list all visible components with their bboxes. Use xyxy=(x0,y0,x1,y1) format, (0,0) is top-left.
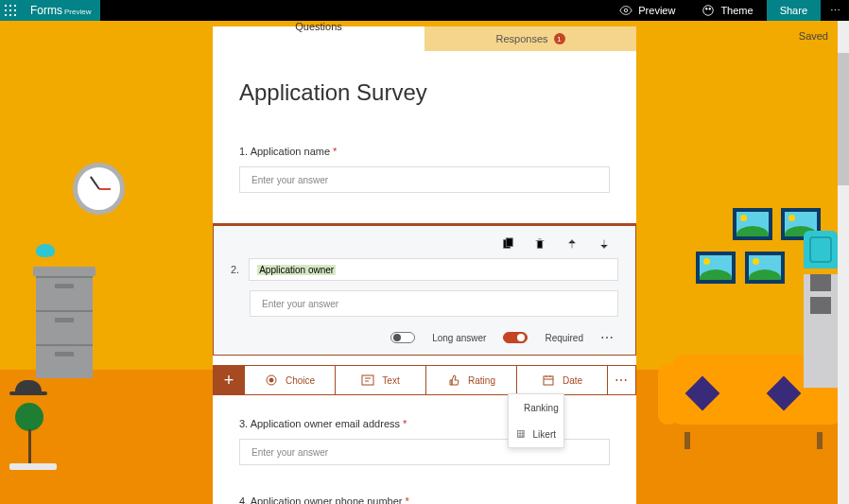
svg-rect-17 xyxy=(362,375,373,385)
brand-tag: Preview xyxy=(64,2,91,23)
share-button[interactable]: Share xyxy=(767,0,821,21)
svg-rect-1 xyxy=(9,5,11,7)
required-asterisk: * xyxy=(333,146,337,157)
save-status: Saved xyxy=(799,30,828,42)
baseboard xyxy=(9,463,57,470)
question-1-label: 1. Application name * xyxy=(239,146,610,157)
question-4-text: Application owner phone number xyxy=(251,495,403,504)
type-rating-button[interactable]: Rating xyxy=(425,366,516,394)
likert-icon xyxy=(516,427,526,441)
ellipsis-icon: ⋯ xyxy=(830,5,840,17)
text-icon xyxy=(361,374,374,387)
required-toggle[interactable] xyxy=(503,332,528,343)
question-1-num: 1. xyxy=(239,146,248,157)
responses-count-badge: 1 xyxy=(554,33,565,44)
svg-point-11 xyxy=(706,8,708,9)
trash-icon[interactable] xyxy=(533,237,546,251)
clock-icon xyxy=(73,163,125,215)
svg-rect-14 xyxy=(506,238,512,247)
svg-point-9 xyxy=(625,9,629,12)
question-2-answer-preview: Enter your answer xyxy=(250,290,618,317)
question-1-input[interactable] xyxy=(239,166,610,193)
question-2-num: 2. xyxy=(231,264,239,275)
waffle-icon xyxy=(4,4,17,17)
question-more-button[interactable]: ⋯ xyxy=(600,330,615,345)
type-likert-label: Likert xyxy=(533,429,556,440)
type-choice-button[interactable]: Choice xyxy=(244,366,335,394)
preview-button[interactable]: Preview xyxy=(606,0,688,21)
type-likert-item[interactable]: Likert xyxy=(509,421,563,447)
svg-rect-5 xyxy=(14,9,16,11)
type-ranking-label: Ranking xyxy=(524,403,559,413)
form-panel: Questions Responses 1 Application Survey… xyxy=(213,26,636,504)
scrollbar-thumb[interactable] xyxy=(838,53,849,185)
form-tabs: Questions Responses 1 xyxy=(213,26,636,51)
theme-button[interactable]: Theme xyxy=(688,0,766,21)
share-label: Share xyxy=(780,5,807,16)
brand-name: Forms xyxy=(30,0,62,21)
svg-point-16 xyxy=(269,378,273,382)
picture-frame xyxy=(733,208,772,240)
svg-rect-7 xyxy=(9,14,11,16)
copy-icon[interactable] xyxy=(501,237,514,251)
type-ranking-item[interactable]: Ranking xyxy=(509,394,563,421)
svg-rect-8 xyxy=(14,14,16,16)
long-answer-label: Long answer xyxy=(432,333,486,343)
type-date-button[interactable]: Date xyxy=(516,366,607,394)
plant-stem xyxy=(28,429,31,467)
add-question-bar: + Choice Text Rating Date ⋯ xyxy=(213,365,636,395)
picture-frame xyxy=(696,252,736,284)
app-brand: Forms Preview xyxy=(21,0,100,21)
file-cabinet xyxy=(33,267,95,378)
thumb-icon xyxy=(447,374,460,387)
app-launcher-button[interactable] xyxy=(0,0,21,21)
question-3-num: 3. xyxy=(239,418,248,429)
required-asterisk: * xyxy=(403,418,407,429)
tab-questions-label: Questions xyxy=(295,21,342,32)
question-2-title-text: Application owner xyxy=(257,265,336,275)
form-title[interactable]: Application Survey xyxy=(239,79,610,106)
question-1-text: Application name xyxy=(251,146,330,157)
arrow-up-icon[interactable] xyxy=(565,237,579,251)
water-cooler xyxy=(804,231,838,388)
topbar-more-button[interactable]: ⋯ xyxy=(821,0,849,21)
arrow-down-icon[interactable] xyxy=(598,237,611,251)
question-1[interactable]: 1. Application name * xyxy=(239,146,610,193)
theme-background: Saved Questions Responses 1 Application … xyxy=(0,21,849,504)
more-types-dropdown: Ranking Likert xyxy=(508,393,564,448)
type-text-button[interactable]: Text xyxy=(335,366,425,394)
svg-rect-6 xyxy=(5,14,7,16)
radio-icon xyxy=(265,374,278,387)
palette-icon xyxy=(702,4,715,17)
add-question-button[interactable]: + xyxy=(214,366,244,394)
required-label: Required xyxy=(545,333,583,343)
type-more-button[interactable]: ⋯ xyxy=(607,366,635,394)
tab-responses-label: Responses xyxy=(495,33,547,44)
question-toolbar xyxy=(231,235,618,258)
svg-point-10 xyxy=(703,6,714,16)
tab-responses[interactable]: Responses 1 xyxy=(424,26,636,51)
svg-rect-18 xyxy=(544,376,553,385)
eye-icon xyxy=(619,4,632,17)
question-3-text: Application owner email address xyxy=(251,418,400,429)
required-asterisk: * xyxy=(406,495,409,504)
question-2-title-input[interactable]: Application owner xyxy=(249,258,618,281)
svg-rect-4 xyxy=(9,9,11,11)
long-answer-toggle[interactable] xyxy=(390,332,415,343)
svg-rect-0 xyxy=(5,5,7,7)
question-4[interactable]: 4. Application owner phone number * xyxy=(239,495,610,504)
svg-point-12 xyxy=(709,8,711,9)
type-rating-label: Rating xyxy=(468,375,495,386)
preview-label: Preview xyxy=(638,5,675,16)
app-topbar: Forms Preview Preview Theme Share ⋯ xyxy=(0,0,849,21)
svg-rect-2 xyxy=(14,5,16,7)
picture-frame xyxy=(745,252,785,284)
question-4-label: 4. Application owner phone number * xyxy=(239,495,610,504)
theme-label: Theme xyxy=(720,5,753,16)
calendar-icon xyxy=(542,374,555,387)
type-date-label: Date xyxy=(563,375,582,386)
question-4-num: 4. xyxy=(239,495,248,504)
plant-icon xyxy=(15,403,43,431)
question-2-selected[interactable]: 2. Application owner Enter your answer L… xyxy=(213,223,636,356)
type-text-label: Text xyxy=(382,375,399,386)
